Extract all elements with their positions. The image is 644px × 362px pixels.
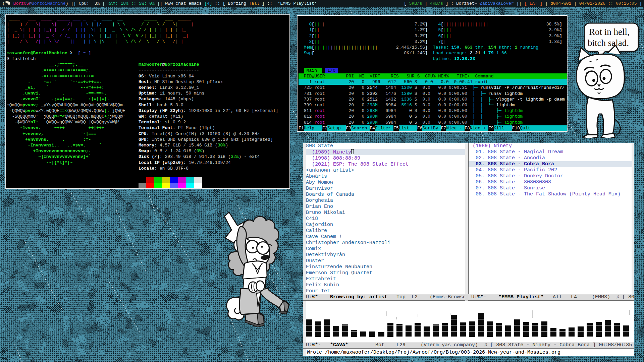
svg-text:Rot in hell,: Rot in hell, <box>589 27 630 37</box>
svg-text:bitch salad.: bitch salad. <box>588 38 629 48</box>
